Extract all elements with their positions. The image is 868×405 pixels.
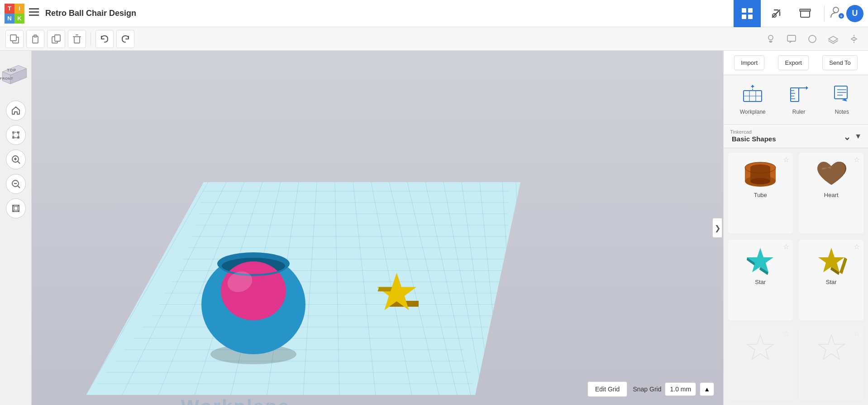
shape-6-icon (813, 331, 849, 363)
star-yellow-label: Star (826, 279, 837, 285)
shape-5-favorite[interactable]: ☆ (783, 329, 789, 338)
duplicate-button[interactable] (47, 30, 65, 48)
svg-rect-41 (14, 207, 18, 210)
canvas-area[interactable]: Workplane Edit Grid Snap Grid 1.0 mm ▲ (32, 51, 723, 405)
snap-grid-value: 1.0 mm (665, 382, 696, 396)
delete-button[interactable] (68, 30, 86, 48)
logo-n: N (5, 14, 14, 24)
workplane-label: Workplane (181, 396, 290, 405)
header-right: + U (734, 0, 863, 27)
svg-point-10 (833, 7, 839, 13)
svg-rect-4 (748, 8, 753, 13)
svg-rect-31 (13, 137, 14, 138)
svg-rect-1 (29, 11, 39, 13)
chat-icon[interactable] (783, 30, 800, 48)
copy-button[interactable] (5, 30, 24, 48)
shape-heart[interactable]: Heart ☆ (799, 153, 864, 233)
svg-line-36 (18, 161, 20, 164)
star-cyan-favorite[interactable]: ☆ (783, 242, 789, 251)
star-cyan-icon (742, 244, 778, 276)
heart-favorite-star[interactable]: ☆ (854, 155, 860, 164)
logo-k: K (14, 14, 24, 24)
header-btn-export[interactable] (792, 0, 819, 27)
star-yellow-favorite[interactable]: ☆ (854, 242, 860, 251)
snap-grid-label: Snap Grid (633, 386, 661, 393)
star-cyan-label: Star (755, 279, 766, 285)
workplane-tool[interactable]: Workplane (736, 81, 769, 119)
mirror-icon[interactable] (845, 30, 863, 48)
import-button[interactable]: Import (734, 55, 764, 70)
project-title: Retro Ball Chair Design (45, 9, 734, 18)
svg-point-22 (809, 35, 816, 43)
fit-view-button[interactable] (6, 125, 26, 145)
svg-point-20 (768, 35, 773, 40)
svg-point-89 (221, 261, 286, 320)
workplane-label: Workplane (740, 109, 766, 115)
shape-star-yellow[interactable]: Star ☆ (799, 240, 864, 320)
header-btn-tools[interactable] (763, 0, 790, 27)
svg-rect-5 (742, 14, 746, 19)
view-cube[interactable]: TOP FRONT (0, 55, 33, 92)
svg-text:TOP: TOP (7, 68, 16, 72)
shape-item-6[interactable]: ☆ (799, 327, 864, 400)
shape-category-dropdown-arrow[interactable]: ▼ (854, 132, 862, 140)
shape-item-5[interactable]: ☆ (728, 327, 793, 400)
star-yellow-icon (813, 244, 849, 276)
svg-rect-19 (74, 37, 80, 43)
redo-button[interactable] (116, 30, 134, 48)
workplane-grid: Workplane (32, 51, 723, 405)
shape-5-icon (742, 331, 778, 363)
svg-rect-21 (787, 35, 796, 41)
user-avatar[interactable]: U (846, 5, 863, 22)
perspective-button[interactable] (6, 198, 26, 218)
shapes-grid: Tube ☆ Heart ☆ (724, 148, 868, 405)
shape-tube[interactable]: Tube ☆ (728, 153, 793, 233)
shape-library-header: Tinkercad Basic Shapes ▼ (724, 125, 868, 148)
circle-icon[interactable] (804, 30, 821, 48)
heart-label: Heart (824, 192, 839, 198)
snap-grid-control: Snap Grid 1.0 mm ▲ (633, 382, 714, 396)
header-btn-grid[interactable] (734, 0, 761, 27)
tube-favorite-star[interactable]: ☆ (783, 155, 789, 164)
shape-category-select[interactable]: Basic Shapes (730, 135, 851, 143)
shape-star-cyan[interactable]: Star ☆ (728, 240, 793, 320)
shape-category-row: Tinkercad Basic Shapes ▼ (730, 129, 862, 143)
notes-tool[interactable]: Notes (828, 81, 855, 119)
send-to-button[interactable]: Send To (822, 55, 857, 70)
lightbulb-icon[interactable] (762, 30, 779, 48)
edit-grid-button[interactable]: Edit Grid (587, 381, 627, 397)
heart-icon (813, 157, 849, 189)
toolbar-divider (91, 32, 91, 46)
panel-tools: Workplane Ruler (724, 75, 868, 125)
snap-grid-dropdown[interactable]: ▲ (700, 382, 714, 396)
header-divider (824, 5, 825, 22)
notes-icon (832, 84, 852, 106)
ruler-icon (789, 84, 809, 106)
ruler-label: Ruler (792, 109, 806, 115)
svg-rect-2 (29, 14, 39, 16)
export-button[interactable]: Export (778, 55, 809, 70)
svg-rect-6 (748, 14, 753, 19)
right-panel: Import Export Send To (723, 51, 868, 405)
tinkercad-logo[interactable]: T I N K (5, 4, 24, 24)
svg-marker-126 (818, 335, 844, 359)
main-area: TOP FRONT (0, 51, 868, 405)
paste-button[interactable] (26, 30, 44, 48)
header: T I N K Retro Ball Chair Design + U (0, 0, 868, 27)
undo-button[interactable] (95, 30, 114, 48)
svg-rect-14 (10, 35, 16, 41)
home-view-button[interactable] (6, 101, 26, 121)
svg-point-117 (750, 178, 770, 184)
zoom-in-button[interactable] (6, 149, 26, 169)
panel-collapse-button[interactable]: ❯ (712, 218, 722, 238)
shape-6-favorite[interactable]: ☆ (854, 329, 860, 338)
bottom-controls: Edit Grid Snap Grid 1.0 mm ▲ (587, 381, 714, 397)
zoom-out-button[interactable] (6, 174, 26, 194)
add-user-button[interactable]: + (830, 5, 844, 22)
ruler-tool[interactable]: Ruler (785, 81, 812, 119)
right-top-actions: Import Export Send To (724, 51, 868, 75)
menu-icon[interactable] (29, 8, 39, 19)
shape-category-label: Tinkercad (730, 129, 851, 135)
svg-rect-29 (13, 132, 14, 133)
layers-icon[interactable] (825, 30, 842, 48)
